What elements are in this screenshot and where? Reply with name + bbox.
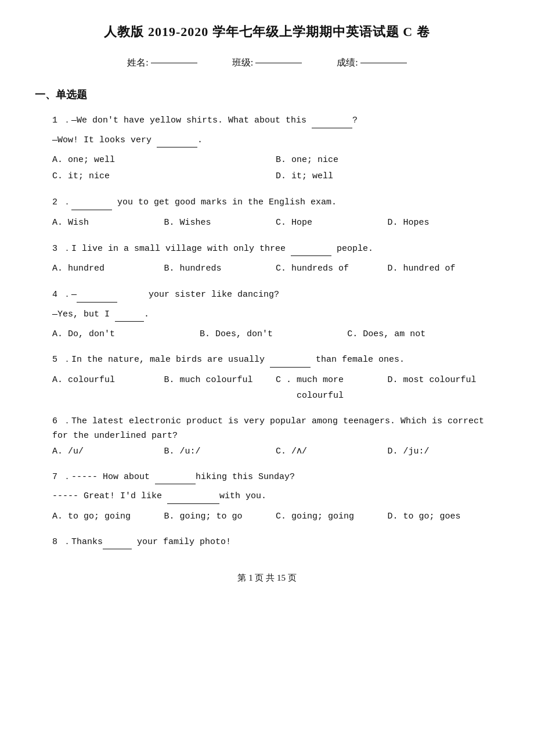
question-6: 6 ．The latest electronic product is very…: [35, 414, 499, 459]
q1-optB: B. one; nice: [276, 152, 499, 168]
q2-options: A. Wish B. Wishes C. Hope D. Hopes: [52, 215, 499, 231]
q4-optC: C. Does, am not: [347, 326, 495, 342]
q8-blank: [103, 549, 132, 549]
q7-blank2: [167, 503, 219, 504]
q7-optA: A. to go; going: [52, 509, 164, 524]
page-title: 人教版 2019-2020 学年七年级上学期期中英语试题 C 卷: [35, 23, 499, 41]
section1-title: 一、单选题: [35, 88, 499, 102]
question-2: 2 ． you to get good marks in the English…: [35, 195, 499, 231]
q4-text2: —Yes, but I .: [52, 307, 499, 322]
q4-blank1: [77, 302, 117, 303]
q1-blank2: [157, 147, 197, 147]
page-footer: 第 1 页 共 15 页: [35, 573, 499, 584]
q3-optB: B. hundreds: [164, 261, 276, 277]
q5-optD: D. most colourful: [388, 372, 500, 404]
q4-options: A. Do, don't B. Does, don't C. Does, am …: [52, 326, 499, 342]
q2-optB: B. Wishes: [164, 215, 276, 231]
q7-text1: 7 ．----- How about hiking this Sunday?: [52, 470, 499, 485]
q5-blank: [270, 367, 311, 368]
q3-text: 3 ．I live in a small village with only t…: [52, 242, 499, 257]
q1-optD: D. it; well: [276, 168, 499, 185]
question-7: 7 ．----- How about hiking this Sunday? -…: [35, 470, 499, 524]
score-field: 成绩:: [337, 57, 406, 69]
q7-blank1: [155, 484, 196, 484]
question-5: 5 ．In the nature, male birds are usually…: [35, 352, 499, 404]
q3-optD: D. hundred of: [388, 261, 500, 277]
q7-optD: D. to go; goes: [388, 509, 500, 524]
question-8: 8 ．Thanks your family photo!: [35, 535, 499, 550]
q2-optD: D. Hopes: [388, 215, 500, 231]
q4-optA: A. Do, don't: [52, 326, 200, 342]
question-3: 3 ．I live in a small village with only t…: [35, 242, 499, 278]
q7-options: A. to go; going B. going; to go C. going…: [52, 509, 499, 524]
q2-blank: [71, 210, 112, 210]
q3-options: A. hundred B. hundreds C. hundreds of D.…: [52, 261, 499, 277]
name-field: 姓名:: [127, 57, 197, 69]
q6-optA: A. /u/: [52, 444, 164, 459]
class-label: 班级:: [232, 57, 253, 69]
q1-optC: C. it; nice: [52, 168, 276, 185]
score-underline: [360, 63, 407, 63]
q7-optB: B. going; to go: [164, 509, 276, 524]
q6-options: A. /u/ B. /u:/ C. /ʌ/ D. /ju:/: [52, 444, 499, 459]
question-4: 4 ．— your sister like dancing? —Yes, but…: [35, 287, 499, 342]
q1-text2: —Wow! It looks very .: [52, 133, 499, 148]
q5-optA: A. colourful: [52, 372, 164, 404]
class-underline: [255, 63, 302, 63]
q2-text: 2 ． you to get good marks in the English…: [52, 195, 499, 210]
q1-options: A. one; well B. one; nice C. it; nice D.…: [52, 152, 499, 185]
q6-optC: C. /ʌ/: [276, 444, 388, 459]
q3-optA: A. hundred: [52, 261, 164, 277]
q6-optB: B. /u:/: [164, 444, 276, 459]
q6-optD: D. /ju:/: [388, 444, 500, 459]
score-label: 成绩:: [337, 57, 358, 69]
q6-text: 6 ．The latest electronic product is very…: [52, 414, 499, 444]
class-field: 班级:: [232, 57, 302, 69]
q7-optC: C. going; going: [276, 509, 388, 524]
q1-optA: A. one; well: [52, 152, 276, 168]
q8-text: 8 ．Thanks your family photo!: [52, 535, 499, 550]
name-underline: [151, 63, 197, 63]
q5-text: 5 ．In the nature, male birds are usually…: [52, 352, 499, 368]
q7-text2: ----- Great! I'd like with you.: [52, 489, 499, 504]
q3-optC: C. hundreds of: [276, 261, 388, 277]
info-row: 姓名: 班级: 成绩:: [35, 57, 499, 69]
question-1: 1 ．—We don't have yellow shirts. What ab…: [35, 113, 499, 185]
q2-optA: A. Wish: [52, 215, 164, 231]
q5-options: A. colourful B. much colourful C . much …: [52, 372, 499, 404]
q5-optC: C . much more colourful: [276, 372, 388, 404]
q5-optB: B. much colourful: [164, 372, 276, 404]
q4-blank2: [115, 321, 144, 322]
q1-text1: 1 ．—We don't have yellow shirts. What ab…: [52, 113, 499, 128]
q4-optB: B. Does, don't: [200, 326, 347, 342]
name-label: 姓名:: [127, 57, 148, 69]
q1-blank1: [312, 128, 352, 128]
q4-text1: 4 ．— your sister like dancing?: [52, 287, 499, 303]
q2-optC: C. Hope: [276, 215, 388, 231]
q3-blank: [291, 255, 331, 256]
